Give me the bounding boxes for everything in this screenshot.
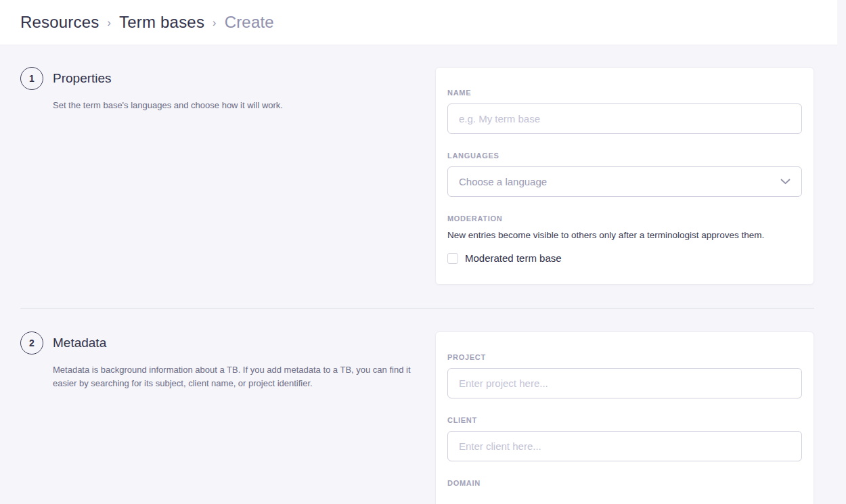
section-description-metadata: Metadata is background information about…	[53, 363, 428, 390]
project-input[interactable]	[447, 368, 802, 398]
metadata-card: PROJECT CLIENT DOMAIN	[435, 331, 814, 504]
section-properties-intro: 1 Properties Set the term base's languag…	[20, 67, 435, 112]
domain-label: DOMAIN	[447, 479, 802, 487]
breadcrumb-resources[interactable]: Resources	[20, 13, 99, 32]
project-label: PROJECT	[447, 353, 802, 361]
languages-label: LANGUAGES	[447, 152, 802, 160]
step-number-1: 1	[20, 67, 43, 90]
moderated-checkbox-label[interactable]: Moderated term base	[465, 252, 562, 264]
section-properties: 1 Properties Set the term base's languag…	[20, 67, 814, 285]
moderation-help-text: New entries become visible to others onl…	[447, 230, 802, 240]
moderated-checkbox[interactable]	[447, 253, 458, 264]
section-title-metadata: Metadata	[53, 336, 106, 350]
chevron-down-icon	[780, 179, 791, 185]
breadcrumb-separator-icon: ›	[108, 16, 112, 29]
breadcrumb-term-bases[interactable]: Term bases	[119, 13, 204, 32]
section-description-properties: Set the term base's languages and choose…	[53, 99, 428, 112]
client-input[interactable]	[447, 431, 802, 461]
create-term-base-page: 1 Properties Set the term base's languag…	[0, 45, 846, 504]
languages-select[interactable]: Choose a language	[447, 166, 802, 197]
step-number-2: 2	[20, 331, 43, 354]
breadcrumb-separator-icon: ›	[213, 16, 217, 29]
moderated-checkbox-row[interactable]: Moderated term base	[447, 252, 802, 264]
section-divider	[20, 308, 814, 308]
moderation-label: MODERATION	[447, 214, 802, 223]
section-title-properties: Properties	[53, 71, 112, 86]
name-input[interactable]	[447, 104, 802, 134]
section-metadata-intro: 2 Metadata Metadata is background inform…	[20, 331, 435, 390]
breadcrumb-create: Create	[225, 13, 274, 32]
breadcrumb: Resources › Term bases › Create	[20, 13, 274, 32]
properties-card: NAME LANGUAGES Choose a language MODERAT…	[435, 67, 814, 285]
client-label: CLIENT	[447, 416, 802, 424]
languages-select-value: Choose a language	[459, 176, 547, 187]
top-bar: Resources › Term bases › Create	[0, 0, 837, 45]
section-metadata: 2 Metadata Metadata is background inform…	[20, 331, 814, 504]
name-label: NAME	[447, 89, 802, 97]
